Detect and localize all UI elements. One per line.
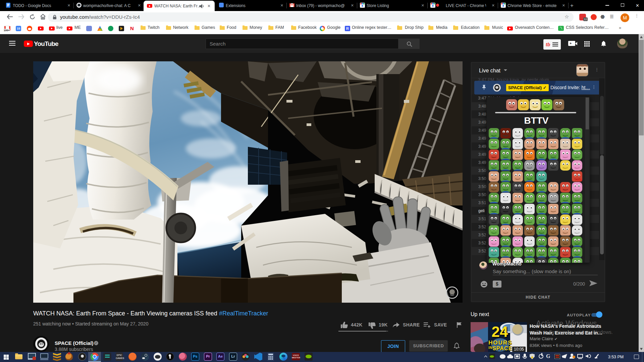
svg-text:BTTV: BTTV	[524, 115, 548, 126]
svg-text:TOS: TOS	[575, 178, 582, 182]
